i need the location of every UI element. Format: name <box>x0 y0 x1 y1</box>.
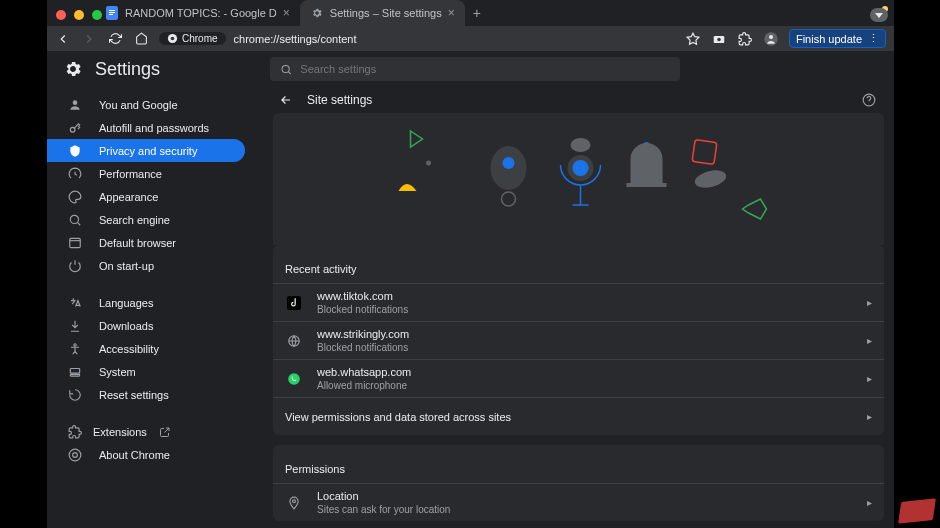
svg-point-34 <box>693 167 728 190</box>
recent-activity-title: Recent activity <box>273 245 884 283</box>
svg-rect-14 <box>70 238 81 247</box>
svg-point-7 <box>717 37 721 41</box>
browser-toolbar: Chrome chrome://settings/content Finish … <box>47 26 894 51</box>
url-text: chrome://settings/content <box>234 33 357 45</box>
camera-icon[interactable] <box>711 31 727 47</box>
svg-point-15 <box>74 343 76 345</box>
nav-autofill[interactable]: Autofill and passwords <box>47 116 263 139</box>
chevron-right-icon: ▸ <box>867 373 872 384</box>
finish-update-label: Finish update <box>796 33 862 45</box>
nav-languages[interactable]: Languages <box>47 291 263 314</box>
recent-row-whatsapp[interactable]: web.whatsapp.comAllowed microphone ▸ <box>273 359 884 397</box>
tab-overflow-button[interactable] <box>870 8 888 22</box>
svg-rect-32 <box>627 183 667 187</box>
search-field[interactable] <box>270 57 680 81</box>
nav-you-and-google[interactable]: You and Google <box>47 93 263 116</box>
close-icon[interactable]: × <box>283 6 290 20</box>
star-icon[interactable] <box>685 31 701 47</box>
maximize-window-button[interactable] <box>92 10 102 20</box>
reload-button[interactable] <box>107 31 123 47</box>
shield-icon <box>67 144 83 158</box>
svg-rect-33 <box>692 140 717 165</box>
speedometer-icon <box>67 167 83 181</box>
nav-reset[interactable]: Reset settings <box>47 383 263 406</box>
tab-settings[interactable]: Settings – Site settings × <box>300 0 465 26</box>
settings-logo-icon <box>63 59 83 79</box>
permission-location-row[interactable]: LocationSites can ask for your location … <box>273 483 884 521</box>
nav-extensions[interactable]: Extensions <box>47 420 263 443</box>
panel-header: Site settings <box>273 87 884 113</box>
finish-update-button[interactable]: Finish update ⋮ <box>789 29 886 48</box>
svg-point-9 <box>769 35 773 39</box>
back-button[interactable] <box>55 31 71 47</box>
close-window-button[interactable] <box>56 10 66 20</box>
forward-button[interactable] <box>81 31 97 47</box>
svg-rect-16 <box>70 368 79 373</box>
permissions-block: Permissions LocationSites can ask for yo… <box>273 445 884 521</box>
chevron-right-icon: ▸ <box>867 497 872 508</box>
omnibox[interactable]: Chrome chrome://settings/content <box>159 30 675 48</box>
nav-search-engine[interactable]: Search engine <box>47 208 263 231</box>
chevron-right-icon: ▸ <box>867 297 872 308</box>
browser-icon <box>67 236 83 250</box>
recent-activity-block: Recent activity www.tiktok.comBlocked no… <box>273 245 884 435</box>
svg-point-24 <box>503 157 515 169</box>
nav-on-startup[interactable]: On start-up <box>47 254 263 277</box>
page-title: Site settings <box>307 93 372 107</box>
window-traffic-lights[interactable] <box>56 10 102 20</box>
svg-rect-1 <box>109 10 115 11</box>
person-icon <box>67 98 83 112</box>
new-tab-button[interactable]: + <box>473 5 481 21</box>
tab-docs[interactable]: RANDOM TOPICS: - Google D × <box>95 0 300 26</box>
minimize-window-button[interactable] <box>74 10 84 20</box>
nav-downloads[interactable]: Downloads <box>47 314 263 337</box>
power-icon <box>67 259 83 273</box>
home-button[interactable] <box>133 31 149 47</box>
reset-icon <box>67 388 83 402</box>
chevron-right-icon: ▸ <box>867 411 872 422</box>
generic-favicon-icon <box>285 334 303 348</box>
svg-point-25 <box>502 192 516 206</box>
whatsapp-favicon-icon <box>285 372 303 386</box>
tiktok-favicon-icon <box>285 296 303 310</box>
nav-about[interactable]: About Chrome <box>47 443 263 466</box>
recent-row-tiktok[interactable]: www.tiktok.comBlocked notifications ▸ <box>273 283 884 321</box>
search-input[interactable] <box>300 63 670 75</box>
help-icon[interactable] <box>862 93 878 107</box>
nav-default-browser[interactable]: Default browser <box>47 231 263 254</box>
svg-point-19 <box>73 452 78 457</box>
gear-icon <box>310 6 324 20</box>
svg-rect-26 <box>571 138 591 152</box>
docs-icon <box>105 6 119 20</box>
search-icon <box>280 63 292 76</box>
svg-point-39 <box>293 499 296 502</box>
profile-icon[interactable] <box>763 31 779 47</box>
svg-point-28 <box>573 160 589 176</box>
nav-appearance[interactable]: Appearance <box>47 185 263 208</box>
nav-accessibility[interactable]: Accessibility <box>47 337 263 360</box>
svg-point-38 <box>288 373 300 385</box>
back-arrow-button[interactable] <box>279 93 293 107</box>
extensions-icon[interactable] <box>737 31 753 47</box>
download-icon <box>67 319 83 333</box>
chrome-icon <box>67 448 83 462</box>
palette-icon <box>67 190 83 204</box>
chip-label: Chrome <box>182 33 218 44</box>
svg-rect-36 <box>287 296 301 310</box>
watermark-badge <box>898 498 936 523</box>
nav-performance[interactable]: Performance <box>47 162 263 185</box>
external-link-icon <box>157 426 173 438</box>
accessibility-icon <box>67 342 83 356</box>
search-icon <box>67 213 83 227</box>
hero-illustration <box>273 113 884 245</box>
site-chip[interactable]: Chrome <box>159 32 226 45</box>
menu-dots-icon: ⋮ <box>868 32 879 45</box>
nav-system[interactable]: System <box>47 360 263 383</box>
nav-privacy-security[interactable]: Privacy and security <box>47 139 245 162</box>
view-all-permissions-row[interactable]: View permissions and data stored across … <box>273 397 884 435</box>
recent-row-strikingly[interactable]: www.strikingly.comBlocked notifications … <box>273 321 884 359</box>
svg-rect-17 <box>70 374 79 376</box>
close-icon[interactable]: × <box>448 6 455 20</box>
chevron-right-icon: ▸ <box>867 335 872 346</box>
app-header: Settings <box>47 51 894 87</box>
